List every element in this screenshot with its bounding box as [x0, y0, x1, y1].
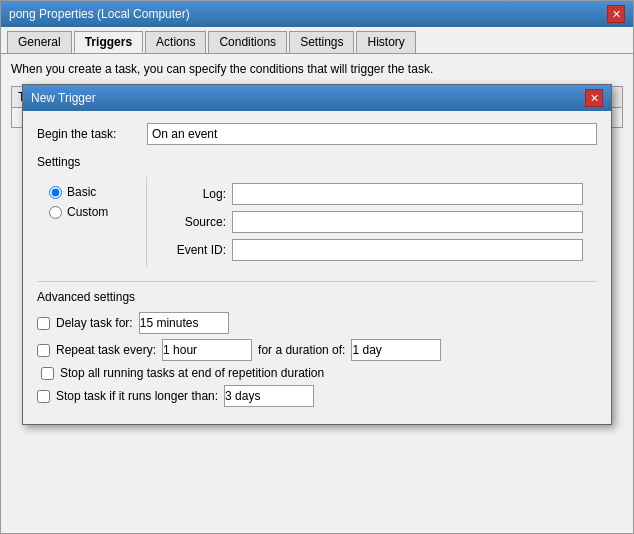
radio-custom-input[interactable] — [49, 206, 62, 219]
delay-task-select[interactable]: 15 minutes 30 minutes 1 hour — [139, 312, 229, 334]
radio-basic-label: Basic — [67, 185, 96, 199]
modal-close-button[interactable]: ✕ — [585, 89, 603, 107]
event-fields: Log: Source: Event ID: — [147, 177, 597, 267]
begin-task-label: Begin the task: — [37, 127, 147, 141]
for-duration-label: for a duration of: — [258, 343, 345, 357]
repeat-task-label: Repeat task every: — [56, 343, 156, 357]
stop-running-checkbox[interactable] — [41, 367, 54, 380]
delay-task-checkbox[interactable] — [37, 317, 50, 330]
tab-bar: General Triggers Actions Conditions Sett… — [1, 27, 633, 54]
repeat-task-select[interactable]: 1 hour 30 minutes 2 hours — [162, 339, 252, 361]
eventid-label: Event ID: — [161, 243, 226, 257]
advanced-settings: Advanced settings Delay task for: 15 min… — [37, 281, 597, 407]
repeat-task-row: Repeat task every: 1 hour 30 minutes 2 h… — [37, 339, 597, 361]
outer-title-bar: pong Properties (Local Computer) ✕ — [1, 1, 633, 27]
stop-if-runs-select[interactable]: 3 days 1 hour 1 day — [224, 385, 314, 407]
stop-if-runs-checkbox[interactable] — [37, 390, 50, 403]
radio-custom-label: Custom — [67, 205, 108, 219]
stop-if-runs-row: Stop task if it runs longer than: 3 days… — [37, 385, 597, 407]
eventid-input[interactable] — [232, 239, 583, 261]
modal-title: New Trigger — [31, 91, 96, 105]
log-select[interactable] — [232, 183, 583, 205]
modal-title-bar: New Trigger ✕ — [23, 85, 611, 111]
advanced-label: Advanced settings — [37, 290, 597, 304]
modal-body: Begin the task: On an event On a schedul… — [23, 111, 611, 424]
outer-window: pong Properties (Local Computer) ✕ Gener… — [0, 0, 634, 534]
tab-settings[interactable]: Settings — [289, 31, 354, 53]
settings-label: Settings — [37, 155, 597, 169]
duration-select[interactable]: 1 day Indefinitely 1 hour — [351, 339, 441, 361]
radio-custom[interactable]: Custom — [49, 205, 134, 219]
source-row: Source: — [161, 211, 583, 233]
tab-conditions[interactable]: Conditions — [208, 31, 287, 53]
tab-actions[interactable]: Actions — [145, 31, 206, 53]
stop-running-label: Stop all running tasks at end of repetit… — [60, 366, 324, 380]
log-row: Log: — [161, 183, 583, 205]
stop-if-runs-label: Stop task if it runs longer than: — [56, 389, 218, 403]
delay-task-row: Delay task for: 15 minutes 30 minutes 1 … — [37, 312, 597, 334]
source-select[interactable] — [232, 211, 583, 233]
new-trigger-modal: New Trigger ✕ Begin the task: On an even… — [22, 84, 612, 425]
begin-task-row: Begin the task: On an event On a schedul… — [37, 123, 597, 145]
tab-history[interactable]: History — [356, 31, 415, 53]
settings-content: Basic Custom Log: — [37, 177, 597, 267]
repeat-task-checkbox[interactable] — [37, 344, 50, 357]
begin-task-select[interactable]: On an event On a schedule At log on At s… — [147, 123, 597, 145]
radio-options: Basic Custom — [37, 177, 147, 267]
log-label: Log: — [161, 187, 226, 201]
delay-task-label: Delay task for: — [56, 316, 133, 330]
outer-close-button[interactable]: ✕ — [607, 5, 625, 23]
tab-general[interactable]: General — [7, 31, 72, 53]
stop-running-row: Stop all running tasks at end of repetit… — [37, 366, 597, 380]
main-content: When you create a task, you can specify … — [1, 54, 633, 533]
modal-overlay: New Trigger ✕ Begin the task: On an even… — [1, 54, 633, 533]
radio-basic[interactable]: Basic — [49, 185, 134, 199]
source-label: Source: — [161, 215, 226, 229]
outer-window-title: pong Properties (Local Computer) — [9, 7, 190, 21]
tab-triggers[interactable]: Triggers — [74, 31, 143, 53]
eventid-row: Event ID: — [161, 239, 583, 261]
radio-basic-input[interactable] — [49, 186, 62, 199]
